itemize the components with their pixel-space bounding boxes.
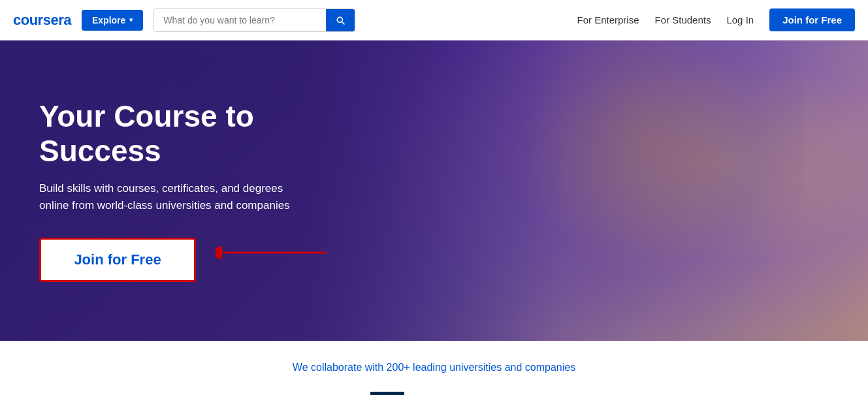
join-free-button-nav[interactable]: Join for Free [769,8,855,31]
logo-link[interactable]: coursera [13,12,71,29]
search-icon [335,15,346,25]
michigan-logo: M UNIVERSITYOFMICHIGAN [370,392,404,395]
logo-text: coursera [13,12,71,29]
for-enterprise-link[interactable]: For Enterprise [577,14,639,25]
search-input[interactable] [154,9,326,31]
nav-links: For Enterprise For Students Log In Join … [577,8,856,31]
partners-tagline: We collaborate with 200+ leading univers… [26,362,842,373]
hero-subtitle: Build skills with courses, certificates,… [39,180,340,215]
search-button[interactable] [326,9,355,31]
partners-logos: I ILLINOIS Duke UNIVERSITY Google M UNIV… [26,392,842,395]
join-free-button-hero[interactable]: Join for Free [39,238,196,282]
explore-button[interactable]: Explore ▾ [82,10,143,31]
explore-label: Explore [92,15,125,25]
search-bar [153,8,355,32]
hero-title: Your Course to Success [39,99,340,168]
hero-section: Your Course to Success Build skills with… [0,40,868,341]
partners-section: We collaborate with 200+ leading univers… [0,341,868,395]
hero-content: Your Course to Success Build skills with… [0,40,379,341]
chevron-down-icon: ▾ [129,16,133,24]
login-link[interactable]: Log In [726,14,754,25]
navbar: coursera Explore ▾ For Enterprise For St… [0,0,868,40]
for-students-link[interactable]: For Students [655,14,711,25]
